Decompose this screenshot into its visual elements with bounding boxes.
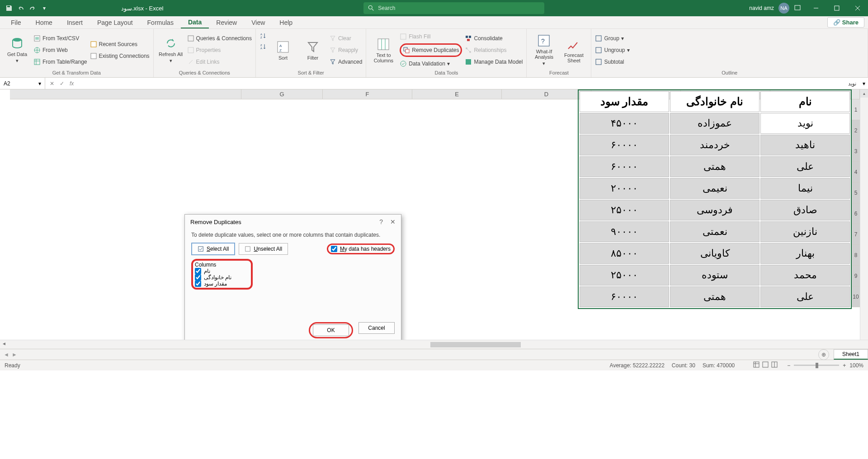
undo-icon[interactable] (16, 4, 25, 13)
column-check-input-0[interactable] (195, 268, 201, 274)
cancel-button[interactable]: Cancel (359, 322, 395, 334)
zoom-slider-thumb[interactable] (816, 363, 818, 368)
cell-a3[interactable]: ناهید (760, 135, 850, 155)
cell-c8[interactable]: ۸۵۰۰۰ (580, 243, 669, 264)
cell-a2[interactable]: نوید (760, 113, 850, 134)
cell-b10[interactable]: همتی (670, 286, 760, 307)
row-header-5[interactable]: 5 (852, 183, 860, 203)
ungroup-button[interactable]: Ungroup ▾ (595, 45, 629, 55)
vertical-scrollbar[interactable]: ▲ (860, 89, 868, 340)
tab-file[interactable]: File (4, 17, 28, 28)
name-box-dropdown-icon[interactable]: ▾ (38, 80, 41, 87)
from-table-range-button[interactable]: From Table/Range (33, 57, 87, 67)
header-c[interactable]: مقدار سود (580, 91, 669, 112)
column-check-input-1[interactable] (195, 274, 201, 281)
cell-b3[interactable]: خردمند (670, 135, 760, 155)
my-data-has-headers-checkbox[interactable]: My data has headers (331, 246, 391, 252)
cell-b7[interactable]: نعمتی (670, 221, 760, 242)
row-header-9[interactable]: 9 (852, 266, 860, 286)
cell-c10[interactable]: ۶۰۰۰۰ (580, 286, 669, 307)
hscroll-thumb[interactable] (430, 342, 521, 347)
col-header-e[interactable]: E (412, 89, 502, 99)
redo-icon[interactable] (28, 4, 37, 13)
column-check-1[interactable]: نام خانوادگی (195, 274, 249, 281)
qat-dropdown-icon[interactable]: ▾ (40, 4, 49, 13)
headers-checkbox-input[interactable] (331, 246, 337, 252)
cell-a9[interactable]: محمد (760, 265, 850, 286)
add-sheet-button[interactable]: ⊕ (818, 349, 829, 360)
cell-b9[interactable]: ستوده (670, 265, 760, 286)
minimize-button[interactable] (806, 0, 826, 16)
search-box[interactable]: Search (363, 2, 544, 14)
name-box[interactable]: A2 ▾ (0, 78, 45, 89)
fx-icon[interactable]: fx (70, 80, 74, 87)
from-web-button[interactable]: From Web (33, 45, 87, 55)
sheet-tab-1[interactable]: Sheet1 (834, 349, 868, 360)
tab-home[interactable]: Home (28, 17, 60, 28)
tab-insert[interactable]: Insert (60, 17, 90, 28)
cell-a7[interactable]: نازنین (760, 221, 850, 242)
consolidate-button[interactable]: Consolidate (465, 33, 523, 43)
avatar[interactable]: NA (778, 3, 789, 14)
cancel-formula-icon[interactable]: ✕ (50, 80, 54, 87)
header-b[interactable]: نام خانوادگی (670, 91, 760, 112)
view-page-layout-icon[interactable] (762, 361, 769, 370)
cell-a4[interactable]: علی (760, 156, 850, 177)
scroll-left-icon[interactable]: ◄ (2, 341, 6, 346)
filter-button[interactable]: Filter (299, 31, 326, 69)
tab-help[interactable]: Help (272, 17, 300, 28)
advanced-button[interactable]: Advanced (329, 57, 362, 67)
select-all-button[interactable]: Select All (191, 243, 235, 255)
sort-az-button[interactable]: AZ (259, 31, 267, 41)
tab-data[interactable]: Data (181, 17, 209, 28)
row-header-1[interactable]: 1 (852, 99, 860, 120)
cell-c5[interactable]: ۲۰۰۰۰ (580, 178, 669, 199)
cell-b6[interactable]: فردوسی (670, 200, 760, 220)
get-data-button[interactable]: Get Data▾ (4, 31, 31, 69)
from-text-csv-button[interactable]: From Text/CSV (33, 33, 87, 43)
what-if-button[interactable]: ? What-If Analysis▾ (530, 31, 557, 69)
queries-connections-button[interactable]: Queries & Connections (187, 33, 252, 43)
dialog-close-icon[interactable]: ✕ (390, 218, 396, 225)
row-header-2[interactable]: 2 (852, 120, 860, 141)
dialog-help-icon[interactable]: ? (379, 218, 383, 225)
share-button[interactable]: 🔗 Share (827, 17, 864, 28)
cell-c4[interactable]: ۶۰۰۰۰ (580, 156, 669, 177)
group-button[interactable]: Group ▾ (595, 33, 629, 43)
tab-review[interactable]: Review (209, 17, 244, 28)
row-header-6[interactable]: 6 (852, 203, 860, 224)
cell-c7[interactable]: ۹۰۰۰۰ (580, 221, 669, 242)
col-header-g[interactable]: G (241, 89, 323, 99)
tab-view[interactable]: View (244, 17, 272, 28)
text-to-columns-button[interactable]: Text to Columns (370, 31, 397, 69)
zoom-out-button[interactable]: − (787, 362, 790, 369)
forecast-sheet-button[interactable]: Forecast Sheet (560, 31, 587, 69)
maximize-button[interactable] (826, 0, 847, 16)
view-page-break-icon[interactable] (771, 361, 778, 370)
remove-duplicates-button[interactable]: Remove Duplicates (403, 45, 459, 55)
row-header-3[interactable]: 3 (852, 141, 860, 162)
cell-b4[interactable]: همتی (670, 156, 760, 177)
recent-sources-button[interactable]: Recent Sources (90, 39, 150, 49)
scroll-up-icon[interactable]: ▲ (860, 89, 868, 98)
cell-b5[interactable]: نعیمی (670, 178, 760, 199)
sort-za-button[interactable]: ZA (259, 42, 267, 52)
cell-c9[interactable]: ۲۵۰۰۰ (580, 265, 669, 286)
row-header-10[interactable]: 10 (852, 286, 860, 307)
zoom-in-button[interactable]: + (843, 362, 846, 369)
manage-data-model-button[interactable]: Manage Data Model (465, 57, 523, 67)
column-check-0[interactable]: نام (195, 268, 249, 274)
row-header-4[interactable]: 4 (852, 162, 860, 183)
cell-a5[interactable]: نیما (760, 178, 850, 199)
view-normal-icon[interactable] (753, 361, 760, 370)
subtotal-button[interactable]: Subtotal (595, 57, 629, 67)
unselect-all-button[interactable]: Unselect All (239, 243, 288, 255)
cell-c6[interactable]: ۲۵۰۰۰ (580, 200, 669, 220)
tab-page-layout[interactable]: Page Layout (90, 17, 140, 28)
existing-connections-button[interactable]: Existing Connections (90, 51, 150, 61)
formula-expand-icon[interactable]: ▾ (860, 80, 868, 87)
row-header-7[interactable]: 7 (852, 224, 860, 245)
header-a[interactable]: نام (760, 91, 850, 112)
zoom-slider[interactable] (794, 365, 839, 366)
close-button[interactable] (847, 0, 868, 16)
